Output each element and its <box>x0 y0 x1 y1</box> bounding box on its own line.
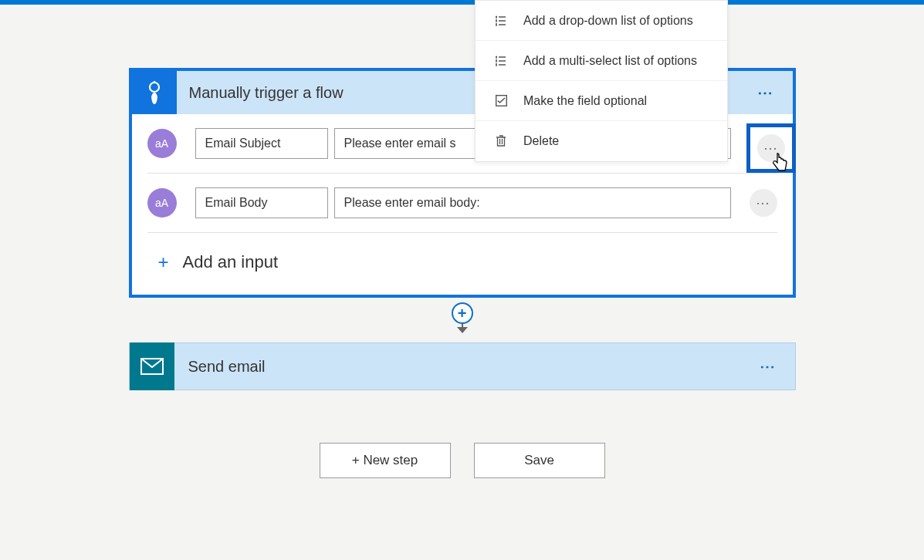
plus-icon: + <box>158 251 169 273</box>
menu-item-dropdown-list[interactable]: Add a drop-down list of options <box>476 1 727 41</box>
menu-item-label: Delete <box>523 134 559 148</box>
add-input-button[interactable]: + Add an input <box>132 233 793 295</box>
text-input-icon: aA <box>147 188 177 218</box>
input-value-field[interactable]: Please enter email body: <box>334 187 731 218</box>
field-context-menu: Add a drop-down list of options Add a mu… <box>475 0 728 162</box>
input-label-field[interactable]: Email Subject <box>195 128 328 159</box>
arrow-down-icon <box>457 327 468 333</box>
input-more-button[interactable]: ⋯ <box>750 189 777 217</box>
action-card[interactable]: Send email ⋯ <box>129 342 796 390</box>
menu-item-label: Add a drop-down list of options <box>523 14 693 28</box>
connector: + <box>451 298 474 336</box>
list-numbered-icon <box>492 15 509 27</box>
cursor-hand-icon <box>770 152 789 170</box>
highlighted-input-more: ⋯ <box>746 123 796 173</box>
trigger-icon <box>132 71 177 114</box>
menu-item-label: Add a multi-select list of options <box>523 54 697 68</box>
list-numbered-icon <box>492 55 509 67</box>
menu-item-delete[interactable]: Delete <box>476 121 727 161</box>
checkbox-icon <box>492 95 509 106</box>
add-step-circle-button[interactable]: + <box>452 302 473 324</box>
svg-point-1 <box>150 83 159 92</box>
menu-item-multiselect-list[interactable]: Add a multi-select list of options <box>476 41 727 81</box>
action-title: Send email <box>174 358 753 376</box>
footer-buttons: + New step Save <box>66 443 859 478</box>
menu-item-make-optional[interactable]: Make the field optional <box>476 81 727 121</box>
add-input-label: Add an input <box>183 252 279 272</box>
mail-icon <box>130 342 174 390</box>
new-step-button[interactable]: + New step <box>320 443 451 478</box>
trigger-more-button[interactable]: ⋯ <box>751 77 782 108</box>
text-input-icon: aA <box>147 129 177 158</box>
action-more-button[interactable]: ⋯ <box>753 351 784 382</box>
trash-icon <box>492 135 509 147</box>
flow-canvas: Manually trigger a flow ⋯ aA Email Subje… <box>66 0 859 478</box>
menu-item-label: Make the field optional <box>523 94 647 108</box>
save-button[interactable]: Save <box>474 443 605 478</box>
input-row: aA Email Body Please enter email body: ⋯ <box>132 174 793 232</box>
input-label-field[interactable]: Email Body <box>195 187 328 218</box>
